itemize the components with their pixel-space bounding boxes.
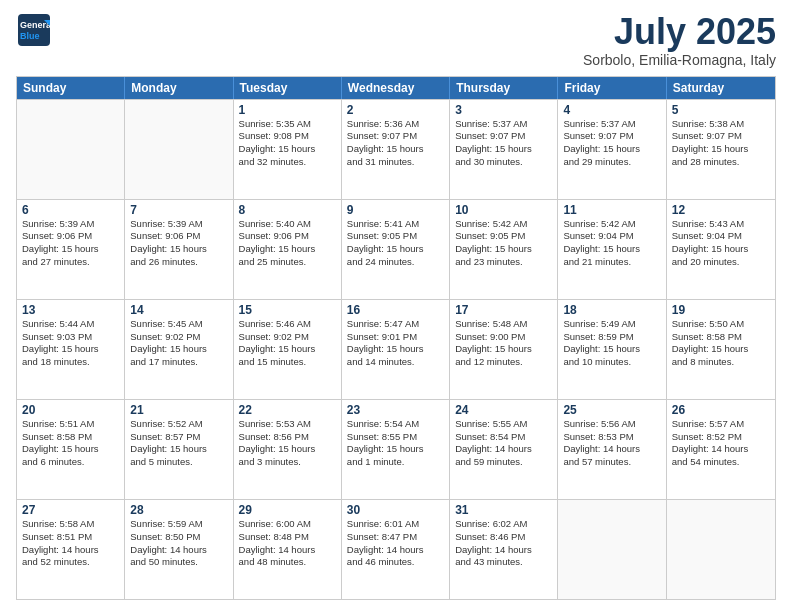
day-number: 15 <box>239 303 336 317</box>
day-info-line: Sunset: 8:54 PM <box>455 431 552 444</box>
day-info-line: and 14 minutes. <box>347 356 444 369</box>
day-number: 4 <box>563 103 660 117</box>
calendar-day-8: 8Sunrise: 5:40 AMSunset: 9:06 PMDaylight… <box>234 200 342 299</box>
day-info-line: Sunset: 8:58 PM <box>22 431 119 444</box>
day-info-line: Sunset: 8:59 PM <box>563 331 660 344</box>
calendar-day-19: 19Sunrise: 5:50 AMSunset: 8:58 PMDayligh… <box>667 300 775 399</box>
day-info-line: Sunrise: 5:53 AM <box>239 418 336 431</box>
day-number: 31 <box>455 503 552 517</box>
day-info-line: and 10 minutes. <box>563 356 660 369</box>
day-info-line: Sunrise: 5:45 AM <box>130 318 227 331</box>
weekday-header-wednesday: Wednesday <box>342 77 450 99</box>
day-info-line: Daylight: 14 hours <box>455 544 552 557</box>
calendar-day-empty <box>667 500 775 599</box>
day-info-line: Sunrise: 5:52 AM <box>130 418 227 431</box>
day-info-line: Daylight: 15 hours <box>239 243 336 256</box>
day-number: 17 <box>455 303 552 317</box>
day-number: 2 <box>347 103 444 117</box>
day-info-line: Sunrise: 5:51 AM <box>22 418 119 431</box>
weekday-header-friday: Friday <box>558 77 666 99</box>
day-number: 11 <box>563 203 660 217</box>
day-info-line: and 48 minutes. <box>239 556 336 569</box>
day-info-line: Daylight: 15 hours <box>22 343 119 356</box>
day-info-line: Daylight: 15 hours <box>672 143 770 156</box>
day-info-line: Daylight: 14 hours <box>22 544 119 557</box>
day-info-line: and 8 minutes. <box>672 356 770 369</box>
calendar-body: 1Sunrise: 5:35 AMSunset: 9:08 PMDaylight… <box>17 99 775 599</box>
calendar-week-5: 27Sunrise: 5:58 AMSunset: 8:51 PMDayligh… <box>17 499 775 599</box>
calendar-day-28: 28Sunrise: 5:59 AMSunset: 8:50 PMDayligh… <box>125 500 233 599</box>
calendar-day-7: 7Sunrise: 5:39 AMSunset: 9:06 PMDaylight… <box>125 200 233 299</box>
day-info-line: Daylight: 15 hours <box>455 243 552 256</box>
day-info-line: Sunrise: 6:02 AM <box>455 518 552 531</box>
day-info-line: and 1 minute. <box>347 456 444 469</box>
calendar-day-11: 11Sunrise: 5:42 AMSunset: 9:04 PMDayligh… <box>558 200 666 299</box>
calendar-day-3: 3Sunrise: 5:37 AMSunset: 9:07 PMDaylight… <box>450 100 558 199</box>
day-info-line: Sunrise: 5:39 AM <box>22 218 119 231</box>
day-info-line: Sunrise: 5:58 AM <box>22 518 119 531</box>
calendar-day-6: 6Sunrise: 5:39 AMSunset: 9:06 PMDaylight… <box>17 200 125 299</box>
day-info-line: Sunrise: 5:43 AM <box>672 218 770 231</box>
day-number: 12 <box>672 203 770 217</box>
day-info-line: Daylight: 15 hours <box>563 143 660 156</box>
weekday-header-monday: Monday <box>125 77 233 99</box>
day-info-line: and 17 minutes. <box>130 356 227 369</box>
day-number: 10 <box>455 203 552 217</box>
calendar-day-10: 10Sunrise: 5:42 AMSunset: 9:05 PMDayligh… <box>450 200 558 299</box>
day-info-line: Daylight: 15 hours <box>455 143 552 156</box>
day-info-line: and 52 minutes. <box>22 556 119 569</box>
day-info-line: Daylight: 14 hours <box>455 443 552 456</box>
day-info-line: Sunrise: 5:42 AM <box>455 218 552 231</box>
title-block: July 2025 Sorbolo, Emilia-Romagna, Italy <box>583 12 776 68</box>
day-info-line: Daylight: 15 hours <box>239 443 336 456</box>
day-info-line: Sunrise: 5:46 AM <box>239 318 336 331</box>
day-info-line: and 54 minutes. <box>672 456 770 469</box>
day-info-line: and 18 minutes. <box>22 356 119 369</box>
day-info-line: and 15 minutes. <box>239 356 336 369</box>
day-info-line: Sunrise: 5:44 AM <box>22 318 119 331</box>
day-number: 29 <box>239 503 336 517</box>
day-info-line: Sunset: 8:48 PM <box>239 531 336 544</box>
day-info-line: and 12 minutes. <box>455 356 552 369</box>
calendar-day-21: 21Sunrise: 5:52 AMSunset: 8:57 PMDayligh… <box>125 400 233 499</box>
day-info-line: and 23 minutes. <box>455 256 552 269</box>
day-info-line: Sunrise: 5:40 AM <box>239 218 336 231</box>
day-info-line: Sunrise: 5:47 AM <box>347 318 444 331</box>
day-number: 8 <box>239 203 336 217</box>
day-info-line: Sunrise: 6:00 AM <box>239 518 336 531</box>
day-number: 7 <box>130 203 227 217</box>
day-number: 5 <box>672 103 770 117</box>
day-info-line: Daylight: 15 hours <box>455 343 552 356</box>
day-number: 14 <box>130 303 227 317</box>
day-info-line: Sunrise: 5:49 AM <box>563 318 660 331</box>
day-info-line: Sunrise: 5:36 AM <box>347 118 444 131</box>
day-info-line: Sunset: 8:51 PM <box>22 531 119 544</box>
day-number: 27 <box>22 503 119 517</box>
weekday-header-saturday: Saturday <box>667 77 775 99</box>
day-info-line: Daylight: 15 hours <box>130 243 227 256</box>
logo-icon: General Blue <box>16 12 52 48</box>
day-info-line: Sunset: 9:04 PM <box>563 230 660 243</box>
day-info-line: Sunset: 9:07 PM <box>455 130 552 143</box>
day-info-line: Daylight: 14 hours <box>239 544 336 557</box>
day-info-line: Daylight: 15 hours <box>347 243 444 256</box>
subtitle: Sorbolo, Emilia-Romagna, Italy <box>583 52 776 68</box>
day-info-line: Sunrise: 5:56 AM <box>563 418 660 431</box>
calendar-header: SundayMondayTuesdayWednesdayThursdayFrid… <box>17 77 775 99</box>
calendar-day-30: 30Sunrise: 6:01 AMSunset: 8:47 PMDayligh… <box>342 500 450 599</box>
day-info-line: Daylight: 15 hours <box>672 243 770 256</box>
calendar-day-4: 4Sunrise: 5:37 AMSunset: 9:07 PMDaylight… <box>558 100 666 199</box>
day-number: 1 <box>239 103 336 117</box>
day-info-line: Sunrise: 5:54 AM <box>347 418 444 431</box>
calendar-week-2: 6Sunrise: 5:39 AMSunset: 9:06 PMDaylight… <box>17 199 775 299</box>
header: General Blue July 2025 Sorbolo, Emilia-R… <box>16 12 776 68</box>
calendar-day-31: 31Sunrise: 6:02 AMSunset: 8:46 PMDayligh… <box>450 500 558 599</box>
day-info-line: Sunset: 9:07 PM <box>563 130 660 143</box>
day-info-line: and 26 minutes. <box>130 256 227 269</box>
day-info-line: and 3 minutes. <box>239 456 336 469</box>
day-number: 22 <box>239 403 336 417</box>
day-info-line: and 32 minutes. <box>239 156 336 169</box>
day-info-line: Sunset: 9:02 PM <box>239 331 336 344</box>
calendar-day-27: 27Sunrise: 5:58 AMSunset: 8:51 PMDayligh… <box>17 500 125 599</box>
calendar-day-5: 5Sunrise: 5:38 AMSunset: 9:07 PMDaylight… <box>667 100 775 199</box>
